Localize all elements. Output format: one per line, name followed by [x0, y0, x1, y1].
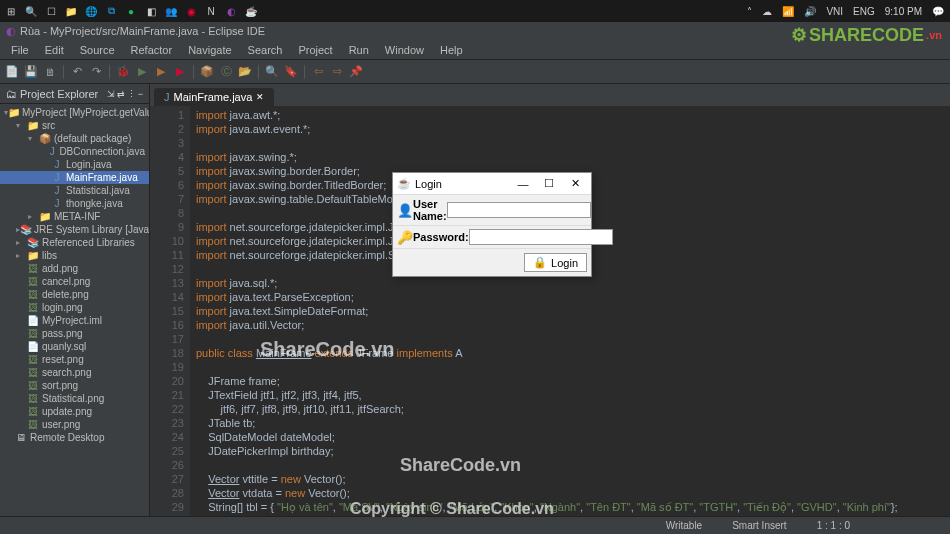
tree-item[interactable]: 🖼add.png [0, 262, 149, 275]
menu-edit[interactable]: Edit [38, 42, 71, 58]
vscode-icon[interactable]: ⧉ [104, 4, 118, 18]
app-icon-2[interactable]: N [204, 4, 218, 18]
login-title: Login [415, 178, 442, 190]
teams-icon[interactable]: 👥 [164, 4, 178, 18]
messenger-icon[interactable]: ◉ [184, 4, 198, 18]
tree-item[interactable]: 🖼delete.png [0, 288, 149, 301]
username-input[interactable] [447, 202, 591, 218]
tree-item[interactable]: 🖼login.png [0, 301, 149, 314]
folder-icon[interactable]: 📁 [64, 4, 78, 18]
menu-file[interactable]: File [4, 42, 36, 58]
tree-item[interactable]: 📄MyProject.iml [0, 314, 149, 327]
tray-lang[interactable]: ENG [851, 6, 877, 17]
login-button[interactable]: 🔒 Login [524, 253, 587, 272]
coverage-icon[interactable]: ▶ [153, 64, 169, 80]
tree-item[interactable]: ▸📚Referenced Libraries [0, 236, 149, 249]
maximize-icon[interactable]: ☐ [537, 176, 561, 192]
tree-item[interactable]: ▾📁src [0, 119, 149, 132]
login-titlebar[interactable]: ☕ Login — ☐ ✕ [393, 173, 591, 195]
run-icon[interactable]: ▶ [134, 64, 150, 80]
menu-source[interactable]: Source [73, 42, 122, 58]
tray-lang-code[interactable]: VNI [824, 6, 845, 17]
tray-notifications-icon[interactable]: 💬 [930, 6, 946, 17]
tree-item[interactable]: 🖼update.png [0, 405, 149, 418]
os-taskbar: ⊞ 🔍 ☐ 📁 🌐 ⧉ ● ◧ 👥 ◉ N ◐ ☕ ˄ ☁ 📶 🔊 VNI EN… [0, 0, 950, 22]
open-type-icon[interactable]: 📂 [237, 64, 253, 80]
start-menu-icon[interactable]: ⊞ [4, 4, 18, 18]
tree-item[interactable]: 🖼reset.png [0, 353, 149, 366]
tree-item[interactable]: JDBConnection.java [0, 145, 149, 158]
toggle-mark-icon[interactable]: 🔖 [283, 64, 299, 80]
new-package-icon[interactable]: 📦 [199, 64, 215, 80]
tree-item[interactable]: JStatistical.java [0, 184, 149, 197]
eclipse-icon[interactable]: ◐ [224, 4, 238, 18]
spotify-icon[interactable]: ● [124, 4, 138, 18]
tree-item[interactable]: JLogin.java [0, 158, 149, 171]
menu-help[interactable]: Help [433, 42, 470, 58]
tree-item[interactable]: ▾📦(default package) [0, 132, 149, 145]
window-titlebar: ◐ Rùa - MyProject/src/MainFrame.java - E… [0, 22, 950, 40]
chrome-icon[interactable]: 🌐 [84, 4, 98, 18]
redo-icon[interactable]: ↷ [88, 64, 104, 80]
java-app-icon[interactable]: ☕ [244, 4, 258, 18]
tree-item[interactable]: ▸📁libs [0, 249, 149, 262]
extrun-icon[interactable]: ▶ [172, 64, 188, 80]
code-content[interactable]: import java.awt.*;import java.awt.event.… [190, 106, 950, 516]
save-icon[interactable]: 💾 [23, 64, 39, 80]
undo-icon[interactable]: ↶ [69, 64, 85, 80]
close-icon[interactable]: ✕ [563, 176, 587, 192]
close-tab-icon[interactable]: ✕ [256, 92, 264, 102]
tree-item[interactable]: ▸📚JRE System Library [JavaSE-15] [0, 223, 149, 236]
new-icon[interactable]: 📄 [4, 64, 20, 80]
link-editor-icon[interactable]: ⇄ [117, 89, 125, 99]
tray-cloud-icon[interactable]: ☁ [760, 6, 774, 17]
password-input[interactable] [469, 229, 613, 245]
search-icon[interactable]: 🔍 [264, 64, 280, 80]
tree-item[interactable]: 🖼user.png [0, 418, 149, 431]
editor-tabs: J MainFrame.java ✕ [150, 84, 950, 106]
editor-tab-mainframe[interactable]: J MainFrame.java ✕ [154, 88, 274, 106]
tree-item[interactable]: 📄quanly.sql [0, 340, 149, 353]
menu-refactor[interactable]: Refactor [124, 42, 180, 58]
tree-item[interactable]: 🖼Statistical.png [0, 392, 149, 405]
tray-up-icon[interactable]: ˄ [745, 6, 754, 17]
new-class-icon[interactable]: Ⓒ [218, 64, 234, 80]
status-bar: Writable Smart Insert 1 : 1 : 0 [0, 516, 950, 534]
tree-item[interactable]: 🖼cancel.png [0, 275, 149, 288]
minimize-icon[interactable]: − [138, 89, 143, 99]
password-label: Password: [413, 231, 469, 243]
java-cup-icon: ☕ [397, 177, 411, 190]
tree-item[interactable]: 🖥Remote Desktop [0, 431, 149, 444]
tree-item[interactable]: 🖼sort.png [0, 379, 149, 392]
file-tree[interactable]: ▾📁MyProject [MyProject.getValueFro▾📁src▾… [0, 104, 149, 516]
menu-window[interactable]: Window [378, 42, 431, 58]
save-all-icon[interactable]: 🗎 [42, 64, 58, 80]
back-icon[interactable]: ⇦ [310, 64, 326, 80]
menu-run[interactable]: Run [342, 42, 376, 58]
menu-navigate[interactable]: Navigate [181, 42, 238, 58]
tree-item[interactable]: 🖼pass.png [0, 327, 149, 340]
app-icon[interactable]: ◧ [144, 4, 158, 18]
tray-volume-icon[interactable]: 🔊 [802, 6, 818, 17]
minimize-icon[interactable]: — [511, 176, 535, 192]
search-icon[interactable]: 🔍 [24, 4, 38, 18]
view-menu-icon[interactable]: ⋮ [127, 89, 136, 99]
tree-item[interactable]: JMainFrame.java [0, 171, 149, 184]
debug-icon[interactable]: 🐞 [115, 64, 131, 80]
status-insert-mode: Smart Insert [732, 520, 786, 531]
toolbar: 📄 💾 🗎 ↶ ↷ 🐞 ▶ ▶ ▶ 📦 Ⓒ 📂 🔍 🔖 ⇦ ⇨ 📌 [0, 60, 950, 84]
collapse-all-icon[interactable]: ⇲ [107, 89, 115, 99]
tree-item[interactable]: Jthongke.java [0, 197, 149, 210]
tray-time[interactable]: 9:10 PM [883, 6, 924, 17]
pin-icon[interactable]: 📌 [348, 64, 364, 80]
tree-item[interactable]: 🖼search.png [0, 366, 149, 379]
menu-project[interactable]: Project [291, 42, 339, 58]
task-view-icon[interactable]: ☐ [44, 4, 58, 18]
tree-item[interactable]: ▸📁META-INF [0, 210, 149, 223]
forward-icon[interactable]: ⇨ [329, 64, 345, 80]
key-icon: 🔑 [397, 230, 413, 245]
code-editor[interactable]: 1234567891011121314151617181920212223242… [150, 106, 950, 516]
tray-wifi-icon[interactable]: 📶 [780, 6, 796, 17]
tree-item[interactable]: ▾📁MyProject [MyProject.getValueFro [0, 106, 149, 119]
menu-search[interactable]: Search [241, 42, 290, 58]
